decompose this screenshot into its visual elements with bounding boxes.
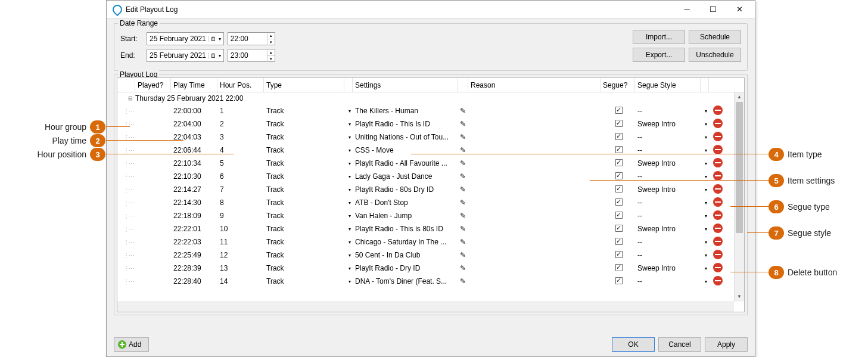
table-row[interactable]: ⋮⋯22:06:444Track▾CSS - Move✎--▾ [117,144,734,157]
seguestyle-dropdown-icon[interactable]: ▾ [701,279,709,284]
edit-icon[interactable]: ✎ [458,146,468,154]
edit-icon[interactable]: ✎ [458,225,468,233]
table-row[interactable]: ⋮⋯22:14:277Track▾PlayIt Radio - 80s Dry … [117,183,734,196]
table-row[interactable]: ⋮⋯22:28:4014Track▾DNA - Tom's Diner (Fea… [117,275,734,288]
seguestyle-dropdown-icon[interactable]: ▾ [701,266,709,271]
delete-button[interactable] [709,158,724,169]
cell-segue[interactable] [601,277,635,286]
type-dropdown-icon[interactable]: ▾ [344,108,353,114]
seguestyle-dropdown-icon[interactable]: ▾ [701,174,709,179]
start-time-picker[interactable]: 22:00 ▲▼ [228,32,275,45]
minimize-button[interactable]: ─ [674,1,700,18]
table-row[interactable]: ⋮⋯22:00:001Track▾The Killers - Human✎--▾ [117,104,734,117]
edit-icon[interactable]: ✎ [458,264,468,272]
cell-segue[interactable] [601,133,635,142]
scroll-thumb[interactable] [736,102,743,233]
checkbox-icon[interactable] [615,120,623,127]
seguestyle-dropdown-icon[interactable]: ▾ [701,213,709,219]
checkbox-icon[interactable] [615,277,623,284]
seguestyle-dropdown-icon[interactable]: ▾ [701,108,709,114]
cell-segue[interactable] [601,238,635,247]
seguestyle-dropdown-icon[interactable]: ▾ [701,187,709,193]
collapse-icon[interactable]: ⊟ [117,95,135,101]
cell-segue[interactable] [601,251,635,260]
delete-button[interactable] [709,105,724,117]
type-dropdown-icon[interactable]: ▾ [344,240,353,245]
delete-button[interactable] [709,237,724,248]
seguestyle-dropdown-icon[interactable]: ▾ [701,240,709,245]
type-dropdown-icon[interactable]: ▾ [344,226,353,232]
group-row[interactable]: ⊟Thursday 25 February 2021 22:00 [117,92,734,104]
checkbox-icon[interactable] [615,146,623,153]
delete-button[interactable] [709,276,724,287]
edit-icon[interactable]: ✎ [458,107,468,115]
type-dropdown-icon[interactable]: ▾ [344,135,353,140]
cancel-button[interactable]: Cancel [658,337,701,352]
checkbox-icon[interactable] [615,251,623,258]
unschedule-button[interactable]: Unschedule [689,48,741,62]
edit-icon[interactable]: ✎ [458,212,468,220]
edit-icon[interactable]: ✎ [458,185,468,194]
calendar-icon[interactable]: 🗓 [209,52,217,59]
table-row[interactable]: ⋮⋯22:10:306Track▾Lady Gaga - Just Dance✎… [117,170,734,183]
edit-icon[interactable]: ✎ [458,198,468,207]
start-date-picker[interactable]: 25 February 2021 🗓 ▾ [147,32,224,45]
cell-segue[interactable] [601,107,635,116]
cell-segue[interactable] [601,185,635,194]
seguestyle-dropdown-icon[interactable]: ▾ [701,226,709,232]
type-dropdown-icon[interactable]: ▾ [344,122,353,127]
delete-button[interactable] [709,184,724,195]
vertical-scrollbar[interactable]: ▲ ▼ [734,92,744,302]
ok-button[interactable]: OK [612,337,655,352]
delete-button[interactable] [709,210,724,222]
scroll-down-icon[interactable]: ▼ [735,292,744,302]
delete-button[interactable] [709,132,724,143]
type-dropdown-icon[interactable]: ▾ [344,279,353,284]
table-row[interactable]: ⋮⋯22:04:002Track▾PlayIt Radio - This Is … [117,117,734,131]
col-hourpos-header[interactable]: Hour Pos. [217,78,264,92]
maximize-button[interactable]: ☐ [700,1,726,18]
col-settings-header[interactable]: Settings [353,78,458,92]
seguestyle-dropdown-icon[interactable]: ▾ [701,200,709,206]
type-dropdown-icon[interactable]: ▾ [344,161,353,166]
checkbox-icon[interactable] [615,238,623,245]
seguestyle-dropdown-icon[interactable]: ▾ [701,161,709,166]
edit-icon[interactable]: ✎ [458,133,468,141]
import-button[interactable]: Import... [633,30,685,44]
seguestyle-dropdown-icon[interactable]: ▾ [701,253,709,258]
table-row[interactable]: ⋮⋯22:10:345Track▾PlayIt Radio - All Favo… [117,157,734,170]
col-reason-header[interactable]: Reason [468,78,601,92]
cell-segue[interactable] [601,264,635,273]
export-button[interactable]: Export... [633,48,685,62]
type-dropdown-icon[interactable]: ▾ [344,213,353,219]
checkbox-icon[interactable] [615,159,623,166]
edit-icon[interactable]: ✎ [458,277,468,285]
table-row[interactable]: ⋮⋯22:22:0311Track▾Chicago - Saturday In … [117,235,734,249]
checkbox-icon[interactable] [615,107,623,114]
schedule-button[interactable]: Schedule [689,30,741,44]
checkbox-icon[interactable] [615,212,623,219]
horizontal-scrollbar[interactable] [117,302,734,312]
seguestyle-dropdown-icon[interactable]: ▾ [701,122,709,127]
cell-segue[interactable] [601,120,635,129]
end-time-picker[interactable]: 23:00 ▲▼ [228,49,275,62]
edit-icon[interactable]: ✎ [458,238,468,246]
chevron-down-icon[interactable]: ▾ [217,36,222,42]
type-dropdown-icon[interactable]: ▾ [344,266,353,271]
cell-segue[interactable] [601,212,635,221]
edit-icon[interactable]: ✎ [458,120,468,128]
delete-button[interactable] [709,119,724,130]
add-button[interactable]: Add [114,337,149,352]
edit-icon[interactable]: ✎ [458,172,468,181]
delete-button[interactable] [709,263,724,274]
edit-icon[interactable]: ✎ [458,159,468,167]
type-dropdown-icon[interactable]: ▾ [344,148,353,153]
table-row[interactable]: ⋮⋯22:28:3913Track▾PlayIt Radio - Dry ID✎… [117,262,734,275]
end-date-picker[interactable]: 25 February 2021 🗓 ▾ [147,49,224,62]
delete-button[interactable] [709,223,724,235]
checkbox-icon[interactable] [615,172,623,179]
seguestyle-dropdown-icon[interactable]: ▾ [701,148,709,153]
delete-button[interactable] [709,250,724,261]
checkbox-icon[interactable] [615,225,623,232]
table-row[interactable]: ⋮⋯22:25:4912Track▾50 Cent - In Da Club✎-… [117,249,734,262]
